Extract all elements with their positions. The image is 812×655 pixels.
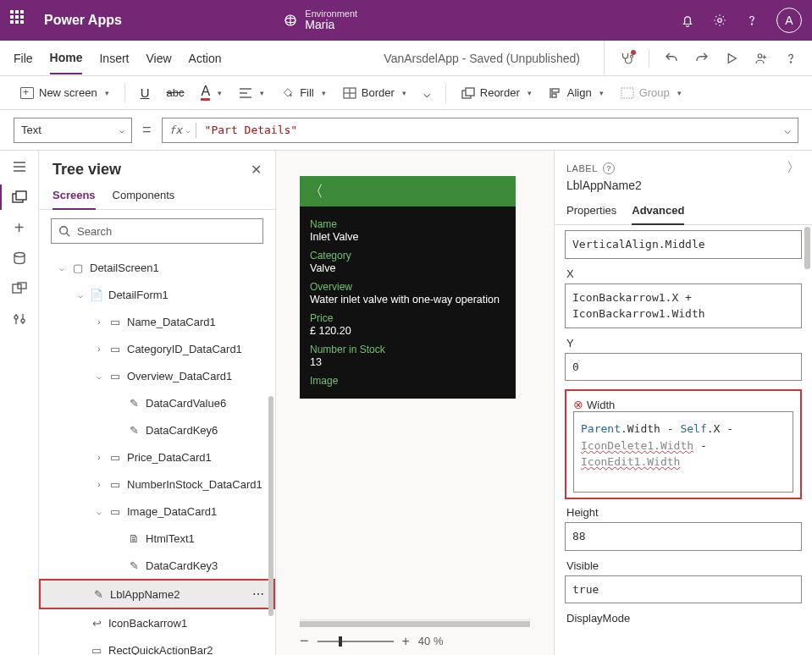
- tree-search-input[interactable]: Search: [51, 218, 263, 244]
- formula-input[interactable]: fx⌵ "Part Details" ⌵: [162, 118, 798, 143]
- width-property-highlight: ⊗Width Parent.Width - Self.X - IconDelet…: [565, 389, 802, 499]
- tree-node-htmltext1[interactable]: 🗎HtmlText1: [39, 525, 275, 552]
- tree-node-datacardkey6[interactable]: ✎DataCardKey6: [39, 416, 275, 443]
- width-input[interactable]: Parent.Width - Self.X - IconDelete1.Widt…: [573, 411, 793, 493]
- properties-type-label: LABEL: [566, 163, 598, 173]
- fill-icon: [281, 87, 295, 99]
- new-screen-button[interactable]: New screen: [14, 83, 116, 102]
- svg-point-28: [14, 316, 18, 319]
- properties-tab-advanced[interactable]: Advanced: [632, 199, 684, 225]
- align-icon: [549, 87, 562, 99]
- y-input[interactable]: 0: [565, 353, 802, 382]
- tree-node-lblappname2[interactable]: ✎LblAppName2⋯: [41, 581, 273, 608]
- help-menubar-icon[interactable]: [783, 51, 798, 66]
- svg-point-6: [790, 61, 791, 62]
- tree-node-datacardkey3[interactable]: ✎DataCardKey3: [39, 552, 275, 579]
- undo-icon[interactable]: [663, 51, 680, 66]
- settings-icon[interactable]: [712, 13, 727, 28]
- tree-node-imagecard[interactable]: ⌵▭Image_DataCard1: [39, 498, 275, 525]
- text-align-button[interactable]: [232, 84, 271, 102]
- redo-icon[interactable]: [693, 51, 710, 66]
- visible-input[interactable]: true: [565, 575, 802, 604]
- reorder-icon: [461, 87, 475, 99]
- menu-home[interactable]: Home: [50, 42, 83, 74]
- menu-insert[interactable]: Insert: [99, 43, 129, 74]
- app-header: Power Apps Environment Maria A: [0, 0, 812, 41]
- properties-scrollbar[interactable]: [804, 227, 810, 269]
- svg-rect-14: [466, 88, 474, 96]
- app-title: Power Apps: [44, 13, 122, 28]
- tree-scrollbar[interactable]: [268, 396, 273, 616]
- formula-expand-icon[interactable]: ⌵: [784, 124, 791, 136]
- tree-node-iconbackarrow1[interactable]: ↩IconBackarrow1: [39, 609, 275, 636]
- border-icon: [343, 87, 356, 99]
- rail-tree-view-icon[interactable]: [12, 190, 27, 205]
- preview-image-label: Image: [310, 375, 505, 387]
- menu-file[interactable]: File: [14, 43, 33, 74]
- menu-view[interactable]: View: [146, 43, 171, 74]
- preview-overview-label: Overview: [310, 281, 505, 293]
- underline-button[interactable]: U: [134, 82, 157, 103]
- preview-price-label: Price: [310, 312, 505, 324]
- user-avatar[interactable]: A: [776, 8, 802, 33]
- border-button[interactable]: Border: [336, 83, 413, 102]
- reorder-button[interactable]: Reorder: [455, 83, 539, 102]
- property-selector[interactable]: Text⌵: [14, 118, 132, 143]
- phone-preview[interactable]: 〈 Name Inlet Valve Category Valve Overvi…: [300, 176, 516, 399]
- zoom-in-button[interactable]: +: [402, 634, 410, 649]
- tree-node-categorycard[interactable]: ›▭CategoryID_DataCard1: [39, 335, 275, 362]
- menu-action[interactable]: Action: [189, 43, 222, 74]
- rail-tools-icon[interactable]: [12, 311, 27, 327]
- preview-category-label: Category: [310, 250, 505, 261]
- tree-close-icon[interactable]: ✕: [251, 162, 262, 178]
- tree-node-numbercard[interactable]: ›▭NumberInStock_DataCard1: [39, 471, 275, 498]
- align-button[interactable]: Align: [542, 83, 610, 102]
- preview-category-value: Valve: [310, 262, 505, 274]
- tree-node-more-icon[interactable]: ⋯: [252, 587, 265, 601]
- notifications-icon[interactable]: [680, 13, 695, 28]
- tree-node-datacardvalue6[interactable]: ✎DataCardValue6: [39, 389, 275, 416]
- zoom-slider[interactable]: [318, 641, 394, 642]
- x-input[interactable]: IconBackarrow1.X + IconBackarrow1.Width: [565, 283, 802, 328]
- help-icon[interactable]: [744, 13, 760, 28]
- share-icon[interactable]: [753, 51, 770, 66]
- tree-tab-components[interactable]: Components: [113, 184, 175, 209]
- phone-header-bar: 〈: [300, 176, 516, 206]
- formula-value: "Part Details": [205, 124, 298, 136]
- ribbon-expand-button[interactable]: ⌵: [417, 83, 437, 103]
- properties-help-icon[interactable]: ?: [603, 162, 615, 174]
- phone-back-icon[interactable]: 〈: [308, 181, 323, 201]
- verticalalign-input[interactable]: VerticalAlign.Middle: [565, 230, 802, 259]
- svg-point-31: [60, 227, 68, 234]
- svg-rect-23: [16, 191, 26, 200]
- tree-body: ⌵▢DetailScreen1 ⌵📄DetailForm1 ›▭Name_Dat…: [39, 252, 275, 655]
- rail-hamburger-icon[interactable]: [12, 159, 27, 174]
- fx-icon[interactable]: fx⌵: [169, 124, 191, 136]
- tree-node-form[interactable]: ⌵📄DetailForm1: [39, 281, 275, 308]
- displaymode-label: DisplayMode: [566, 612, 802, 625]
- zoom-out-button[interactable]: −: [300, 632, 309, 650]
- fill-button[interactable]: Fill: [274, 83, 333, 102]
- environment-picker[interactable]: Environment Maria: [283, 8, 357, 31]
- tree-node-screen[interactable]: ⌵▢DetailScreen1: [39, 254, 275, 281]
- height-input[interactable]: 88: [565, 522, 802, 551]
- width-label: Width: [587, 399, 615, 411]
- play-icon[interactable]: [724, 51, 739, 66]
- group-button[interactable]: Group: [614, 83, 688, 102]
- properties-collapse-icon[interactable]: 〉: [787, 159, 800, 177]
- tree-node-rectquickactionbar2[interactable]: ▭RectQuickActionBar2: [39, 636, 275, 655]
- tree-node-overviewcard[interactable]: ⌵▭Overview_DataCard1: [39, 362, 275, 389]
- rail-media-icon[interactable]: [12, 281, 27, 296]
- search-icon: [58, 225, 70, 237]
- rail-data-icon[interactable]: [12, 250, 27, 266]
- tree-tab-screens[interactable]: Screens: [52, 184, 96, 210]
- font-color-button[interactable]: A: [194, 81, 229, 104]
- app-checker-icon[interactable]: [618, 51, 635, 66]
- app-launcher-icon[interactable]: [10, 10, 30, 30]
- properties-tab-properties[interactable]: Properties: [566, 199, 616, 224]
- canvas-horizontal-scrollbar[interactable]: [300, 619, 530, 627]
- rail-insert-icon[interactable]: +: [12, 220, 27, 235]
- strikethrough-button[interactable]: abc: [159, 83, 191, 102]
- tree-node-pricecard[interactable]: ›▭Price_DataCard1: [39, 443, 275, 471]
- tree-node-namecard[interactable]: ›▭Name_DataCard1: [39, 308, 275, 335]
